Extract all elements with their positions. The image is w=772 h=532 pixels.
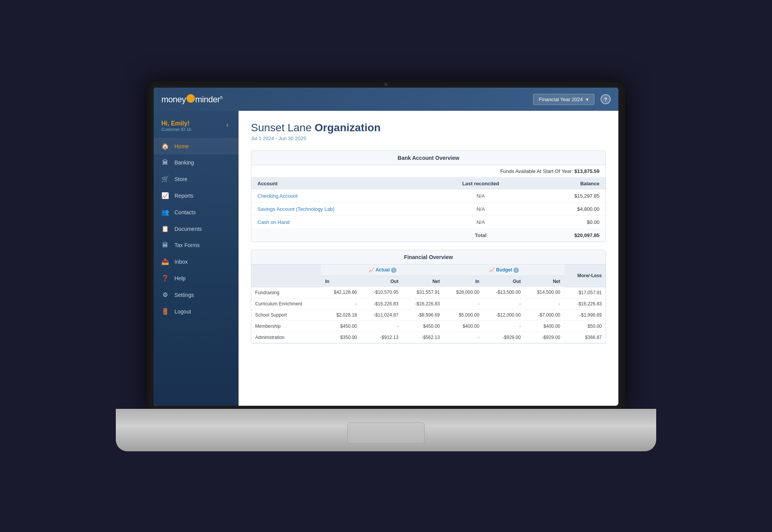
sidebar-item-store-label: Store [174,176,187,182]
total-value: $20,097.85 [530,229,606,242]
funds-available-label: Funds Available At Start Of Year: [500,168,573,174]
sidebar-item-reports[interactable]: 📈 Reports [154,187,239,204]
actual-chart-icon: 📈 [369,267,374,273]
budget-out-header: Out [483,276,525,287]
financial-budget-net: - [525,298,564,309]
col-header-last-reconciled: Last reconciled [431,178,530,190]
top-bar-help-button[interactable]: ? [601,94,611,104]
financial-more-less: -$1,996.69 [564,309,606,320]
financial-actual-in: $2,028.18 [321,309,361,320]
financial-more-less: $366.87 [564,332,606,343]
logout-icon: 🚪 [161,308,169,315]
financial-budget-in: - [444,298,483,309]
tax-forms-icon: 🏛 [161,242,169,249]
financial-heading: Membership [251,320,321,332]
home-icon: 🏠 [161,142,169,150]
reports-icon: 📈 [161,192,169,199]
dropdown-chevron-icon: ▾ [586,97,589,102]
account-last-reconciled: N/A [431,203,530,216]
financial-actual-out: -$16,226.83 [361,298,402,309]
financial-actual-out: -$10,570.95 [361,287,402,298]
financial-budget-out: -$13,500.00 [483,287,525,298]
app-container: moneyminder® Financial Year 2024 ▾ ? [154,88,618,406]
financial-actual-in: $350.00 [321,332,361,343]
sidebar: Hi, Emily! Customer ID 16 ‹ 🏠 Home 🏛 Ban… [154,111,239,406]
budget-in-header: In [444,276,483,287]
financial-table-row: Fundraising $42,128.86 -$10,570.95 $31,5… [251,287,606,298]
org-name-prefix: Sunset Lane [251,122,312,134]
financial-group-header-row: 📈 Actual i 📈 Budget i [251,264,606,276]
total-label: Total [431,229,530,242]
sidebar-item-banking[interactable]: 🏛 Banking [154,154,239,171]
sidebar-item-reports-label: Reports [174,193,193,199]
financial-budget-out: -$12,000.00 [483,309,525,320]
financial-more-less: $50.00 [564,320,606,332]
financial-heading: Curriculum Enrichment [251,298,321,309]
sidebar-item-settings[interactable]: ⚙ Settings [154,286,239,303]
sidebar-item-tax-forms-label: Tax Forms [174,242,200,248]
org-name-suffix: Organization [315,122,381,134]
greeting-text: Hi, Emily! Customer ID 16 [161,120,191,132]
bank-account-overview-card: Bank Account Overview Funds Available At… [251,151,606,242]
sidebar-item-documents-label: Documents [174,226,202,232]
financial-budget-in: - [444,332,483,343]
account-balance: $0.00 [530,216,606,229]
budget-label: Budget [496,267,512,273]
col-header-account: Account [251,178,431,190]
budget-chart-icon: 📈 [489,267,495,273]
laptop-base [116,409,656,451]
org-date: Jul 1 2024 - Jun 30 2025 [251,136,606,141]
top-bar: moneyminder® Financial Year 2024 ▾ ? [154,88,618,111]
contacts-icon: 👥 [161,208,169,216]
laptop-trackpad [347,422,425,444]
budget-net-header: Net [525,276,564,287]
actual-group-header: 📈 Actual i [321,264,444,276]
account-last-reconciled: N/A [431,190,530,203]
financial-table-row: Curriculum Enrichment - -$16,226.83 -$16… [251,298,606,309]
documents-icon: 📋 [161,225,169,232]
budget-heading-col [251,264,321,287]
financial-budget-in: $5,000.00 [444,309,483,320]
sidebar-collapse-button[interactable]: ‹ [224,120,231,130]
financial-year-dropdown[interactable]: Financial Year 2024 ▾ [533,94,594,105]
col-header-balance: Balance [530,178,606,190]
logo-registered: ® [220,96,223,100]
budget-group-header: 📈 Budget i [444,264,564,276]
financial-heading: Administration [251,332,321,343]
sidebar-item-contacts-label: Contacts [174,209,196,215]
financial-table-row: Administration $350.00 -$912.13 -$562.13… [251,332,606,343]
inbox-icon: 📥 [161,258,169,265]
account-table-row: Checking Account N/A $15,297.85 [251,190,606,203]
financial-overview-header: Financial Overview [251,250,606,264]
sidebar-item-store[interactable]: 🛒 Store [154,171,239,187]
financial-budget-in: $400.00 [444,320,483,332]
financial-actual-in: - [321,298,361,309]
org-title: Sunset Lane Organization [251,122,606,134]
sidebar-item-contacts[interactable]: 👥 Contacts [154,204,239,220]
sidebar-item-tax-forms[interactable]: 🏛 Tax Forms [154,237,239,253]
actual-info-icon[interactable]: i [391,268,396,273]
budget-info-icon[interactable]: i [513,268,519,273]
account-name: Savings Account (Technology Lab) [251,203,431,216]
logo-text: moneyminder® [161,94,223,105]
financial-actual-out: -$11,024.87 [361,309,402,320]
main-content: Sunset Lane Organization Jul 1 2024 - Ju… [239,111,618,406]
account-table-row: Cash on Hand N/A $0.00 [251,216,606,229]
sidebar-item-logout-label: Logout [174,308,191,315]
store-icon: 🛒 [161,175,169,183]
logo-icon [186,94,195,103]
sidebar-item-inbox[interactable]: 📥 Inbox [154,253,239,270]
financial-more-less: $17,057.91 [564,287,606,298]
financial-heading: School Support [251,309,321,320]
financial-year-label: Financial Year 2024 [539,97,583,102]
banking-icon: 🏛 [161,159,169,166]
sidebar-item-logout[interactable]: 🚪 Logout [154,303,239,320]
greeting-hi: Hi, Emily! [161,120,191,127]
sidebar-item-home[interactable]: 🏠 Home [154,138,239,154]
financial-budget-net: -$929.00 [525,332,564,343]
sidebar-item-help[interactable]: ❓ Help [154,270,239,286]
user-greeting: Hi, Emily! Customer ID 16 ‹ [154,117,239,138]
financial-budget-net: $400.00 [525,320,564,332]
laptop-camera [384,83,388,86]
sidebar-item-documents[interactable]: 📋 Documents [154,220,239,237]
